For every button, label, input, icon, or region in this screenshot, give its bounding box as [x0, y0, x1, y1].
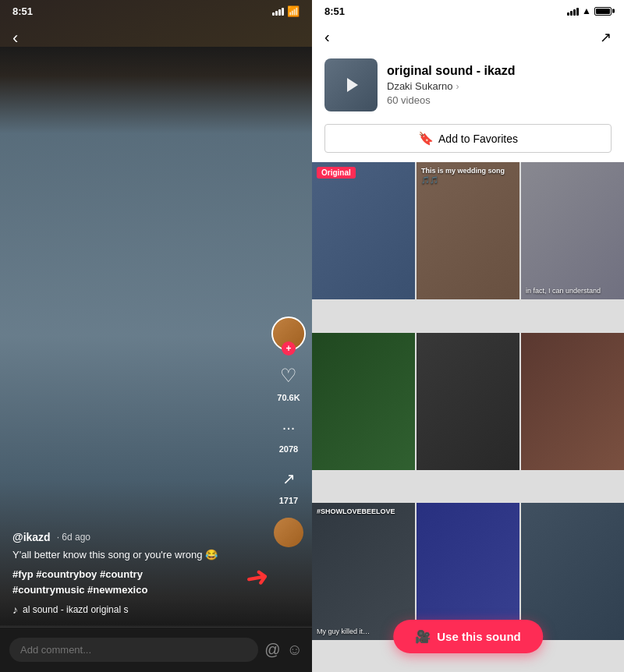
back-button-left[interactable]: ‹ [12, 28, 18, 48]
comment-count: 2078 [279, 444, 298, 454]
username: @ikazd [12, 531, 51, 543]
sound-author-name: Dzaki Sukarno [387, 80, 453, 92]
wifi-icon-right: ▲ [582, 5, 591, 16]
left-panel: 8:51 📶 ‹ + ♡ 70.6K ··· 2078 [0, 0, 312, 672]
music-note-icon: ♪ [12, 603, 18, 616]
sound-info: original sound - ikazd Dzaki Sukarno › 6… [312, 52, 624, 121]
grid-item[interactable]: in fact, I can understand [521, 162, 624, 299]
original-badge: Original [317, 167, 356, 179]
like-count: 70.6K [277, 393, 300, 402]
right-status-icons: ▲ [567, 5, 612, 16]
bookmark-icon: 🔖 [418, 131, 434, 146]
use-sound-label: Use this sound [437, 630, 521, 643]
sound-video-count: 60 videos [387, 94, 612, 106]
grid-item[interactable]: Original [312, 162, 415, 299]
comment-input[interactable] [9, 638, 258, 662]
right-sidebar: + ♡ 70.6K ··· 2078 ↗ 1717 [271, 317, 306, 547]
add-favorites-label: Add to Favorites [438, 133, 518, 145]
right-header: ‹ ↗ [312, 22, 624, 52]
grid-item[interactable] [417, 333, 519, 470]
sound-title: original sound - ikazd [387, 64, 612, 78]
emoji-icon[interactable]: ☺ [287, 641, 303, 659]
sound-thumbnail[interactable] [324, 58, 378, 111]
mention-icon[interactable]: @ [264, 641, 280, 659]
right-status-bar: 8:51 ▲ [312, 0, 624, 22]
sound-author-row[interactable]: Dzaki Sukarno › [387, 80, 612, 92]
comment-bar: @ ☺ [0, 627, 312, 672]
share-icon[interactable]: ↗ [273, 463, 304, 494]
use-sound-button[interactable]: 🎥 Use this sound [393, 620, 543, 653]
grid-overlay-text: This is my wedding song 🎵🎵 [421, 167, 515, 185]
comment-icon[interactable]: ··· [273, 412, 304, 443]
play-triangle-icon [347, 78, 358, 92]
comment-group: ··· 2078 [273, 412, 304, 454]
wifi-icon: 📶 [287, 5, 300, 17]
video-caption: Y'all better know this song or you're wr… [12, 548, 300, 562]
username-row: @ikazd · 6d ago [12, 531, 300, 543]
grid-item[interactable] [312, 333, 415, 470]
share-count: 1717 [279, 496, 298, 505]
share-button-right[interactable]: ↗ [600, 29, 612, 46]
chevron-right-icon: › [456, 81, 459, 92]
add-favorites-button[interactable]: 🔖 Add to Favorites [324, 124, 612, 153]
left-status-icons: 📶 [272, 5, 300, 17]
music-text: al sound - ikazd original s [23, 604, 128, 615]
signal-icon [272, 6, 284, 16]
avatar-container[interactable]: + [271, 317, 306, 351]
right-status-time: 8:51 [324, 5, 345, 17]
grid-bottom-text: in fact, I can understand [526, 287, 619, 295]
grid-item[interactable] [521, 333, 624, 470]
grid-overlay-text-2: #SHOWLOVEBEELOVE [317, 508, 410, 517]
right-panel: 8:51 ▲ ‹ ↗ original sound [312, 0, 624, 672]
music-row[interactable]: ♪ al sound - ikazd original s [12, 603, 300, 616]
play-icon [324, 58, 378, 111]
back-button-right[interactable]: ‹ [324, 28, 330, 46]
like-group: ♡ 70.6K [273, 360, 304, 402]
grid-item[interactable]: #SHOWLOVEBEELOVE My guy killed it… [312, 503, 415, 640]
left-status-bar: 8:51 📶 [0, 0, 312, 22]
grid-item[interactable]: This is my wedding song 🎵🎵 [417, 162, 519, 299]
share-group: ↗ 1717 [273, 463, 304, 505]
video-camera-icon: 🎥 [415, 629, 431, 644]
follow-plus-icon[interactable]: + [282, 341, 296, 355]
time-ago: · 6d ago [57, 532, 90, 543]
like-icon[interactable]: ♡ [273, 360, 304, 391]
grid-item[interactable] [521, 503, 624, 640]
signal-icon-right [567, 6, 579, 16]
sound-details: original sound - ikazd Dzaki Sukarno › 6… [387, 64, 612, 106]
video-grid: Original This is my wedding song 🎵🎵 in f… [312, 162, 624, 672]
battery-icon-right [594, 7, 612, 16]
left-status-time: 8:51 [12, 5, 33, 17]
